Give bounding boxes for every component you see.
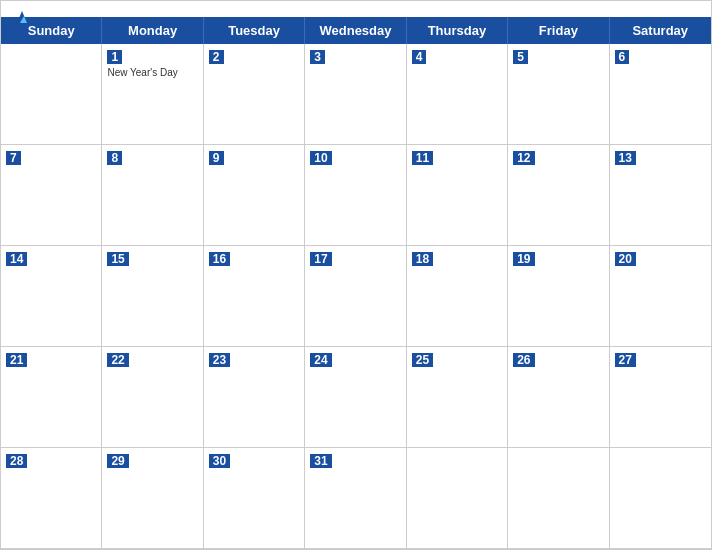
calendar-grid: 1New Year's Day2345678910111213141516171… [1, 44, 711, 549]
day-cell: 10 [305, 145, 406, 246]
day-cell: 29 [102, 448, 203, 549]
day-cell: 15 [102, 246, 203, 347]
day-number: 11 [412, 151, 433, 165]
day-cell: 2 [204, 44, 305, 145]
day-cell: 23 [204, 347, 305, 448]
day-cell: 7 [1, 145, 102, 246]
day-header-monday: Monday [102, 17, 203, 44]
day-number: 3 [310, 50, 325, 64]
day-header-saturday: Saturday [610, 17, 711, 44]
day-number: 2 [209, 50, 224, 64]
day-number: 31 [310, 454, 331, 468]
day-number: 16 [209, 252, 230, 266]
day-number: 14 [6, 252, 27, 266]
event-label: New Year's Day [107, 67, 197, 78]
day-cell [1, 44, 102, 145]
day-number: 12 [513, 151, 534, 165]
day-number: 6 [615, 50, 630, 64]
day-cell: 14 [1, 246, 102, 347]
day-header-tuesday: Tuesday [204, 17, 305, 44]
day-number: 25 [412, 353, 433, 367]
day-number: 21 [6, 353, 27, 367]
day-cell: 20 [610, 246, 711, 347]
day-cell: 31 [305, 448, 406, 549]
day-cell [407, 448, 508, 549]
day-number: 30 [209, 454, 230, 468]
day-cell: 28 [1, 448, 102, 549]
day-cell: 17 [305, 246, 406, 347]
logo-triangle-icon [15, 9, 29, 25]
day-number: 9 [209, 151, 224, 165]
day-number: 23 [209, 353, 230, 367]
day-number: 1 [107, 50, 122, 64]
day-cell: 1New Year's Day [102, 44, 203, 145]
day-cell [508, 448, 609, 549]
day-cell: 25 [407, 347, 508, 448]
day-cell: 12 [508, 145, 609, 246]
day-cell: 4 [407, 44, 508, 145]
day-cell: 21 [1, 347, 102, 448]
day-cell: 27 [610, 347, 711, 448]
day-headers-row: SundayMondayTuesdayWednesdayThursdayFrid… [1, 17, 711, 44]
day-number: 18 [412, 252, 433, 266]
day-number: 7 [6, 151, 21, 165]
day-number: 26 [513, 353, 534, 367]
day-number: 10 [310, 151, 331, 165]
day-header-thursday: Thursday [407, 17, 508, 44]
day-header-friday: Friday [508, 17, 609, 44]
day-cell: 8 [102, 145, 203, 246]
day-cell: 3 [305, 44, 406, 145]
day-number: 22 [107, 353, 128, 367]
day-number: 29 [107, 454, 128, 468]
day-number: 20 [615, 252, 636, 266]
day-cell: 18 [407, 246, 508, 347]
day-number: 13 [615, 151, 636, 165]
calendar-container: SundayMondayTuesdayWednesdayThursdayFrid… [0, 0, 712, 550]
day-number: 28 [6, 454, 27, 468]
day-number: 4 [412, 50, 427, 64]
day-number: 19 [513, 252, 534, 266]
logo [13, 9, 29, 25]
day-cell: 24 [305, 347, 406, 448]
day-cell: 13 [610, 145, 711, 246]
day-cell: 6 [610, 44, 711, 145]
day-cell [610, 448, 711, 549]
day-number: 17 [310, 252, 331, 266]
day-number: 5 [513, 50, 528, 64]
day-header-wednesday: Wednesday [305, 17, 406, 44]
day-number: 15 [107, 252, 128, 266]
day-cell: 26 [508, 347, 609, 448]
day-cell: 11 [407, 145, 508, 246]
calendar-header [1, 1, 711, 17]
day-cell: 30 [204, 448, 305, 549]
day-number: 8 [107, 151, 122, 165]
day-cell: 22 [102, 347, 203, 448]
day-number: 24 [310, 353, 331, 367]
day-cell: 9 [204, 145, 305, 246]
day-cell: 5 [508, 44, 609, 145]
day-cell: 19 [508, 246, 609, 347]
day-number: 27 [615, 353, 636, 367]
day-cell: 16 [204, 246, 305, 347]
